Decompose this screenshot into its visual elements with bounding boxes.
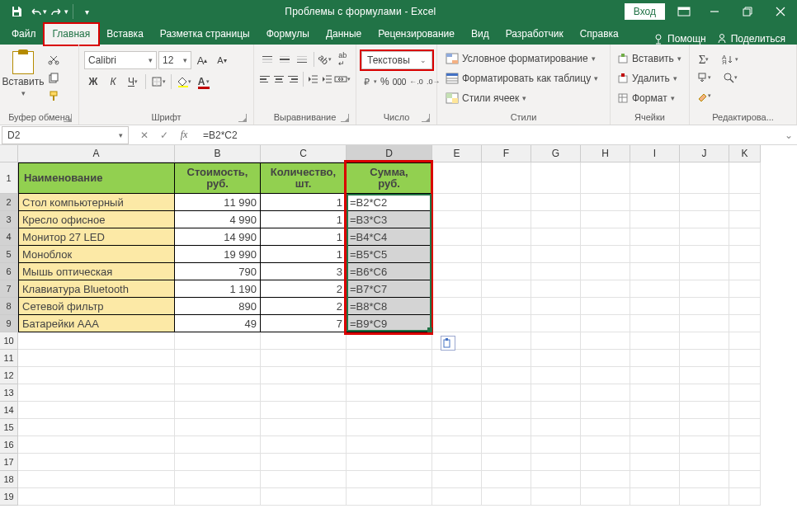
- row-header-13[interactable]: 13: [0, 384, 18, 402]
- cell-C4[interactable]: 1: [261, 228, 347, 246]
- enter-icon[interactable]: ✓: [155, 127, 173, 144]
- cell-H18[interactable]: [581, 471, 630, 488]
- row-header-17[interactable]: 17: [0, 454, 18, 471]
- cell-K8[interactable]: [729, 298, 761, 315]
- row-header-10[interactable]: 10: [0, 332, 18, 350]
- accounting-format-icon[interactable]: ₽▾: [361, 73, 378, 91]
- paste-button[interactable]: Вставить ▾: [5, 48, 41, 111]
- cell-C9[interactable]: 7: [261, 315, 347, 332]
- clipboard-dialog-icon[interactable]: [64, 114, 72, 122]
- cell-G1[interactable]: [531, 162, 581, 194]
- cell-J7[interactable]: [680, 280, 729, 298]
- cell-J11[interactable]: [680, 350, 729, 367]
- number-dialog-icon[interactable]: [422, 114, 430, 122]
- cell-B1[interactable]: Стоимость,руб.: [175, 162, 261, 194]
- cell-B11[interactable]: [175, 350, 261, 367]
- cell-J6[interactable]: [680, 263, 729, 280]
- cell-G14[interactable]: [531, 402, 581, 419]
- cell-J3[interactable]: [680, 211, 729, 228]
- cell-A12[interactable]: [18, 367, 175, 384]
- cell-C6[interactable]: 3: [261, 263, 347, 280]
- delete-cells-button[interactable]: Удалить▾: [615, 69, 684, 87]
- cell-G10[interactable]: [531, 332, 581, 350]
- merge-center-icon[interactable]: ▾: [334, 71, 351, 87]
- conditional-formatting-button[interactable]: Условное форматирование▾: [442, 49, 605, 68]
- cell-A16[interactable]: [18, 436, 175, 454]
- cell-G4[interactable]: [531, 228, 581, 246]
- cell-F13[interactable]: [482, 384, 531, 402]
- cell-J12[interactable]: [680, 367, 729, 384]
- cell-J14[interactable]: [680, 402, 729, 419]
- tab-formulas[interactable]: Формулы: [258, 24, 318, 45]
- cell-K6[interactable]: [729, 263, 761, 280]
- cell-E17[interactable]: [432, 454, 482, 471]
- row-header-12[interactable]: 12: [0, 367, 18, 384]
- cell-C12[interactable]: [261, 367, 347, 384]
- cell-G5[interactable]: [531, 246, 581, 263]
- cell-E9[interactable]: [432, 315, 482, 332]
- cell-D2[interactable]: =B2*C2: [347, 194, 432, 211]
- cell-G7[interactable]: [531, 280, 581, 298]
- cell-G16[interactable]: [531, 436, 581, 454]
- cell-B5[interactable]: 19 990: [175, 246, 261, 263]
- cell-D19[interactable]: [347, 488, 432, 506]
- cell-F5[interactable]: [482, 246, 531, 263]
- sort-filter-icon[interactable]: AЯ▾: [721, 51, 739, 68]
- worksheet-grid[interactable]: ABCDEFGHIJK 1234567891011121314151617181…: [0, 145, 797, 532]
- row-header-3[interactable]: 3: [0, 211, 18, 228]
- cell-B18[interactable]: [175, 471, 261, 488]
- sign-in-button[interactable]: Вход: [625, 3, 665, 20]
- cell-H2[interactable]: [581, 194, 630, 211]
- cell-B7[interactable]: 1 190: [175, 280, 261, 298]
- column-header-E[interactable]: E: [432, 145, 482, 162]
- cell-D16[interactable]: [347, 436, 432, 454]
- cell-G12[interactable]: [531, 367, 581, 384]
- cell-H6[interactable]: [581, 263, 630, 280]
- cell-B9[interactable]: 49: [175, 315, 261, 332]
- cell-C18[interactable]: [261, 471, 347, 488]
- column-header-D[interactable]: D: [347, 145, 432, 162]
- cell-I3[interactable]: [630, 211, 680, 228]
- cell-F8[interactable]: [482, 298, 531, 315]
- cell-B3[interactable]: 4 990: [175, 211, 261, 228]
- cell-B14[interactable]: [175, 402, 261, 419]
- cell-I15[interactable]: [630, 419, 680, 436]
- cell-I11[interactable]: [630, 350, 680, 367]
- column-header-G[interactable]: G: [531, 145, 581, 162]
- cell-I19[interactable]: [630, 488, 680, 506]
- redo-icon[interactable]: ▾: [50, 2, 69, 21]
- cell-H19[interactable]: [581, 488, 630, 506]
- cell-A17[interactable]: [18, 454, 175, 471]
- cell-K13[interactable]: [729, 384, 761, 402]
- comma-format-icon[interactable]: 000: [392, 73, 408, 91]
- cell-H15[interactable]: [581, 419, 630, 436]
- cell-E7[interactable]: [432, 280, 482, 298]
- cell-C11[interactable]: [261, 350, 347, 367]
- cell-C1[interactable]: Количество,шт.: [261, 162, 347, 194]
- cell-H5[interactable]: [581, 246, 630, 263]
- font-dialog-icon[interactable]: [238, 114, 247, 122]
- cell-C15[interactable]: [261, 419, 347, 436]
- cell-B12[interactable]: [175, 367, 261, 384]
- cell-D18[interactable]: [347, 471, 432, 488]
- cell-C7[interactable]: 2: [261, 280, 347, 298]
- cell-C10[interactable]: [261, 332, 347, 350]
- increase-indent-icon[interactable]: [320, 71, 332, 87]
- cell-E14[interactable]: [432, 402, 482, 419]
- cell-J2[interactable]: [680, 194, 729, 211]
- cell-F17[interactable]: [482, 454, 531, 471]
- tab-data[interactable]: Данные: [318, 24, 370, 45]
- cell-A1[interactable]: Наименование: [18, 162, 175, 194]
- cell-C5[interactable]: 1: [261, 246, 347, 263]
- cell-A4[interactable]: Монитор 27 LED: [18, 228, 175, 246]
- column-header-I[interactable]: I: [630, 145, 680, 162]
- cell-F2[interactable]: [482, 194, 531, 211]
- cell-I8[interactable]: [630, 298, 680, 315]
- clear-icon[interactable]: ▾: [695, 87, 713, 104]
- cell-E12[interactable]: [432, 367, 482, 384]
- row-header-16[interactable]: 16: [0, 436, 18, 454]
- row-header-18[interactable]: 18: [0, 471, 18, 488]
- cell-G2[interactable]: [531, 194, 581, 211]
- column-header-H[interactable]: H: [581, 145, 630, 162]
- paste-options-icon[interactable]: [441, 336, 455, 351]
